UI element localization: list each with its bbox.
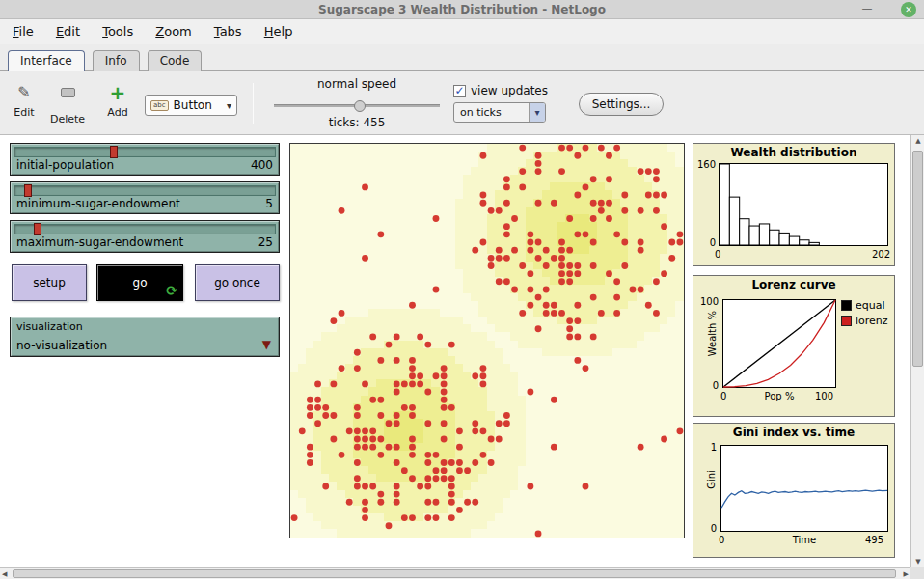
legend-label-equal: equal [856, 299, 885, 312]
gini-x-axis-label: Time [720, 535, 888, 545]
lorenz-y-axis-label: Wealth % [707, 311, 718, 356]
gini-index-plot: Gini index vs. time Gini 1 0 0 Time 495 [693, 423, 895, 558]
gini-plot-canvas [720, 445, 888, 532]
slider-track[interactable] [14, 224, 276, 234]
delete-button[interactable]: Delete [46, 81, 89, 125]
lorenz-y-max-tick: 100 [697, 296, 719, 307]
window-title: Sugarscape 3 Wealth Distribution - NetLo… [0, 0, 924, 19]
horizontal-scrollbar[interactable]: ◀ ▶ [0, 567, 910, 579]
update-mode-dropdown[interactable]: on ticks ▾ [453, 102, 546, 123]
gini-x-max-tick: 495 [865, 535, 883, 545]
vertical-scrollbar[interactable]: ▲ ▼ [910, 135, 924, 567]
go-button[interactable]: go ⟳ [96, 264, 183, 301]
legend-label-lorenz: lorenz [856, 315, 888, 327]
menu-tabs[interactable]: Tabs [205, 19, 251, 42]
slider-track[interactable] [14, 147, 276, 157]
chooser-label: visualization [16, 320, 83, 333]
edit-icon: ✎ [8, 81, 41, 104]
speed-slider[interactable] [274, 104, 440, 107]
plot-title: Gini index vs. time [693, 424, 894, 439]
menu-zoom[interactable]: Zoom [147, 19, 200, 42]
lorenz-y-min-tick: 0 [697, 380, 719, 391]
slider-initial-population[interactable]: initial-population 400 [10, 143, 280, 176]
speed-slider-label: normal speed [266, 77, 448, 91]
scroll-down-icon[interactable]: ▼ [911, 558, 924, 565]
gini-y-max-tick: 1 [699, 442, 717, 453]
add-icon: + [98, 81, 137, 104]
chooser-arrow-icon: ▼ [262, 338, 271, 351]
menu-help[interactable]: Help [256, 19, 302, 42]
slider-maximum-sugar-endowment[interactable]: maximum-sugar-endowment 25 [10, 220, 280, 253]
gini-y-min-tick: 0 [699, 523, 717, 534]
speed-slider-handle[interactable] [354, 100, 366, 112]
lorenz-x-max-tick: 100 [815, 391, 833, 401]
tab-code[interactable]: Code [148, 50, 203, 71]
tab-strip: Interface Info Code [0, 44, 924, 71]
slider-minimum-sugar-endowment[interactable]: minimum-sugar-endowment 5 [10, 181, 280, 214]
slider-track[interactable] [14, 185, 276, 196]
scroll-left-icon[interactable]: ◀ [2, 570, 7, 578]
menu-file[interactable]: File [4, 19, 42, 42]
button-widget-icon: abc [150, 100, 169, 111]
widget-type-dropdown[interactable]: abc Button ▾ [145, 95, 237, 116]
speed-control: normal speed ticks: 455 [266, 77, 448, 129]
setup-button[interactable]: setup [12, 264, 87, 301]
lorenz-swatch [841, 316, 852, 326]
chevron-down-icon: ▾ [529, 103, 545, 122]
visualization-chooser[interactable]: visualization no-visualization ▼ [10, 317, 280, 357]
slider-label: initial-population [16, 158, 114, 172]
view-updates-label: view updates [471, 84, 548, 97]
scroll-up-icon[interactable]: ▲ [911, 137, 924, 145]
close-button[interactable]: ✕ [901, 2, 916, 17]
scrollbar-corner [910, 567, 924, 579]
setup-button-label: setup [13, 265, 86, 300]
slider-label: minimum-sugar-endowment [16, 197, 180, 210]
update-mode-value: on ticks [454, 106, 529, 119]
lorenz-curve-plot: Lorenz curve Wealth % 100 0 0 Pop % 100 … [693, 275, 895, 417]
wealth-y-max-tick: 160 [693, 159, 716, 170]
slider-handle[interactable] [24, 184, 32, 197]
slider-handle[interactable] [34, 223, 41, 235]
menu-bar: File Edit Tools Zoom Tabs Help [0, 19, 924, 44]
view-updates-checkbox[interactable]: ✓ view updates [453, 83, 548, 98]
slider-value: 400 [251, 158, 273, 172]
settings-button[interactable]: Settings... [579, 93, 664, 116]
edit-button-label: Edit [8, 106, 41, 119]
interface-area: initial-population 400 minimum-sugar-end… [0, 135, 910, 567]
menu-edit[interactable]: Edit [47, 19, 89, 42]
title-bar: Sugarscape 3 Wealth Distribution - NetLo… [0, 0, 924, 19]
add-button-label: Add [98, 106, 137, 119]
wealth-plot-canvas [719, 163, 888, 246]
wealth-distribution-plot: Wealth distribution 160 0 0 202 [693, 143, 895, 266]
tab-info[interactable]: Info [93, 50, 140, 71]
delete-icon [61, 88, 75, 97]
tab-interface[interactable]: Interface [8, 50, 85, 71]
chevron-down-icon: ▾ [227, 100, 231, 111]
wealth-y-min-tick: 0 [693, 237, 716, 248]
vertical-scrollbar-thumb[interactable] [912, 151, 923, 367]
delete-button-label: Delete [46, 113, 89, 125]
lorenz-legend: equal lorenz [841, 299, 888, 330]
slider-value: 5 [265, 197, 273, 210]
plot-title: Wealth distribution [693, 144, 894, 159]
go-once-button-label: go once [196, 265, 279, 300]
checkbox-box[interactable]: ✓ [453, 85, 466, 97]
world-view [290, 144, 684, 538]
go-once-button[interactable]: go once [195, 264, 280, 301]
minimize-button[interactable]: — [858, 0, 876, 19]
wealth-x-min-tick: 0 [715, 249, 720, 260]
slider-handle[interactable] [110, 146, 118, 158]
forever-icon: ⟳ [166, 283, 177, 298]
menu-tools[interactable]: Tools [94, 19, 142, 42]
add-button[interactable]: + Add [98, 81, 137, 125]
scroll-right-icon[interactable]: ▶ [904, 570, 909, 578]
world-view-frame [289, 143, 685, 538]
horizontal-scrollbar-thumb[interactable] [13, 569, 896, 578]
netlogo-window: Sugarscape 3 Wealth Distribution - NetLo… [0, 0, 924, 579]
gini-y-axis-label: Gini [706, 470, 717, 489]
equal-swatch [841, 300, 852, 311]
edit-button[interactable]: ✎ Edit [8, 81, 41, 125]
wealth-x-max-tick: 202 [872, 249, 890, 260]
plot-title: Lorenz curve [693, 276, 894, 291]
widget-type-value: Button [174, 98, 227, 112]
